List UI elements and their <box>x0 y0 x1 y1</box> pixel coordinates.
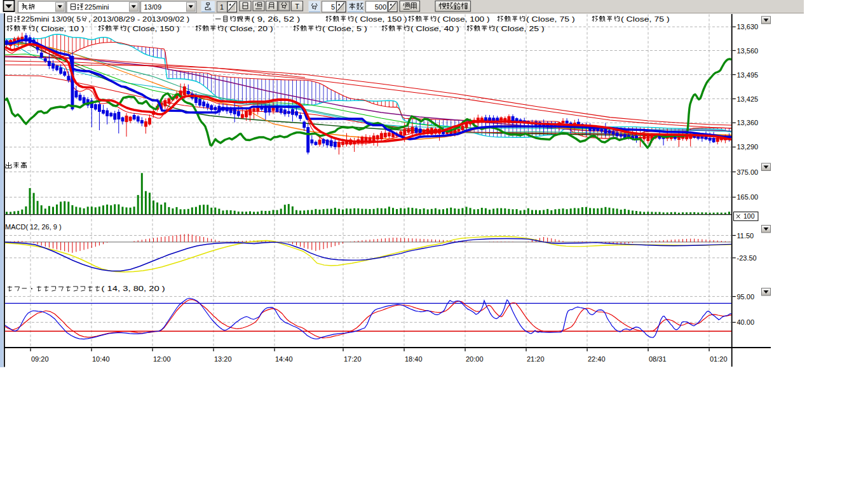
svg-text:14:40: 14:40 <box>275 355 293 363</box>
svg-text:13/09: 13/09 <box>144 3 162 11</box>
svg-text:10:40: 10:40 <box>92 355 110 363</box>
svg-text:09:20: 09:20 <box>31 355 49 363</box>
svg-text:01:20: 01:20 <box>710 355 728 363</box>
svg-text:MACD( 12, 26, 9 ): MACD( 12, 26, 9 ) <box>5 223 62 231</box>
svg-text:( Close, 75 ): ( Close, 75 ) <box>621 15 670 23</box>
svg-text:( Close, 40 ): ( Close, 40 ) <box>410 25 459 32</box>
svg-text:20:00: 20:00 <box>466 355 484 363</box>
svg-text:11.50: 11.50 <box>737 232 754 240</box>
svg-text:13:20: 13:20 <box>214 355 232 363</box>
svg-text:22:40: 22:40 <box>588 355 606 363</box>
svg-text:18:40: 18:40 <box>405 355 423 363</box>
svg-text:500: 500 <box>375 3 386 11</box>
svg-text:225mini: 225mini <box>85 3 109 11</box>
svg-text:17:20: 17:20 <box>344 355 362 363</box>
svg-text:21:20: 21:20 <box>527 355 545 363</box>
svg-text:-23.50: -23.50 <box>737 254 757 262</box>
svg-text:13,290: 13,290 <box>737 143 759 151</box>
svg-text:( Close, 100 ): ( Close, 100 ) <box>437 15 490 23</box>
svg-text:( Close, 75 ): ( Close, 75 ) <box>526 15 575 23</box>
svg-text:T: T <box>295 3 299 10</box>
svg-text:( Close, 5 ): ( Close, 5 ) <box>322 25 367 32</box>
svg-text:13,360: 13,360 <box>737 119 759 126</box>
svg-text:165.00: 165.00 <box>737 193 759 201</box>
svg-text:1: 1 <box>220 3 224 11</box>
svg-text:225mini 13/09( 5: 225mini 13/09( 5 <box>21 15 81 23</box>
svg-text:40.00: 40.00 <box>737 318 755 326</box>
svg-text:, 2013/08/29 - 2013/09/02 ): , 2013/08/29 - 2013/09/02 ) <box>88 15 189 23</box>
svg-text:13,495: 13,495 <box>737 71 759 79</box>
svg-text:( Close, 150 ): ( Close, 150 ) <box>355 15 407 23</box>
svg-text:13,425: 13,425 <box>737 95 759 103</box>
svg-text:08/31: 08/31 <box>649 355 667 363</box>
svg-text:12:00: 12:00 <box>153 355 171 363</box>
svg-text:100: 100 <box>743 212 755 220</box>
svg-text:( Close, 25 ): ( Close, 25 ) <box>496 25 545 32</box>
svg-text:13,560: 13,560 <box>737 47 759 55</box>
svg-text:( Close, 10 ): ( Close, 10 ) <box>36 25 85 32</box>
svg-text:95.00: 95.00 <box>737 293 755 301</box>
svg-text:13,630: 13,630 <box>737 23 759 30</box>
svg-text:( Close, 20 ): ( Close, 20 ) <box>224 25 273 32</box>
svg-text:( 14, 3, 80, 20 ): ( 14, 3, 80, 20 ) <box>102 285 165 292</box>
svg-text:5: 5 <box>331 3 335 11</box>
svg-text:( Close, 150 ): ( Close, 150 ) <box>127 25 180 32</box>
svg-text:( 9, 26, 52 ): ( 9, 26, 52 ) <box>252 15 301 23</box>
svg-text:375.00: 375.00 <box>737 168 759 176</box>
